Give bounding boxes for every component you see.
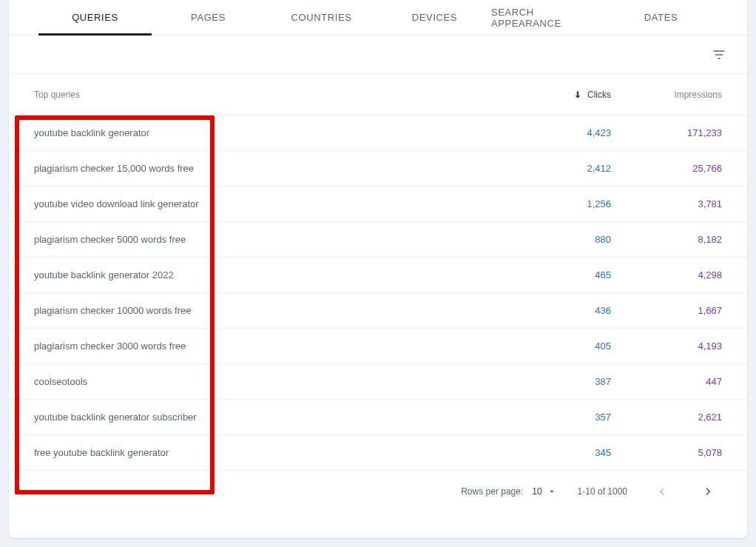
rows-per-page: Rows per page: 10: [461, 486, 556, 497]
table-row[interactable]: youtube backlink generator subscriber357…: [9, 400, 747, 435]
table-header: Top queries Clicks Impressions: [9, 74, 747, 115]
report-card: QUERIES PAGES COUNTRIES DEVICES SEARCH A…: [9, 0, 747, 538]
sort-desc-icon: [573, 90, 583, 100]
table-body: youtube backlink generator4,423171,233pl…: [9, 115, 747, 471]
query-cell: coolseotools: [34, 376, 515, 387]
dropdown-icon: [547, 486, 557, 497]
tab-pages[interactable]: PAGES: [152, 0, 265, 35]
chevron-right-icon: [701, 484, 716, 499]
impressions-cell[interactable]: 5,078: [611, 447, 722, 458]
table-row[interactable]: plagiarism checker 3000 words free4054,1…: [9, 329, 747, 364]
impressions-cell[interactable]: 4,193: [611, 340, 722, 352]
query-cell: youtube backlink generator subscriber: [34, 412, 515, 423]
tab-dates[interactable]: DATES: [604, 0, 718, 35]
table-row[interactable]: free youtube backlink generator3455,078: [9, 435, 747, 471]
clicks-cell[interactable]: 405: [515, 340, 611, 352]
tab-devices[interactable]: DEVICES: [378, 0, 491, 35]
clicks-cell[interactable]: 4,423: [515, 127, 611, 138]
rows-per-page-label: Rows per page:: [461, 486, 523, 497]
page-range: 1-10 of 1000: [578, 486, 627, 497]
query-cell: youtube backlink generator 2022: [34, 269, 515, 281]
tab-queries[interactable]: QUERIES: [38, 0, 152, 35]
table-row[interactable]: youtube video download link generator1,2…: [9, 187, 747, 222]
impressions-cell[interactable]: 171,233: [611, 127, 722, 138]
impressions-cell[interactable]: 2,621: [611, 412, 722, 423]
clicks-cell[interactable]: 345: [515, 447, 611, 458]
column-clicks-label: Clicks: [587, 90, 611, 100]
column-clicks[interactable]: Clicks: [515, 90, 611, 100]
clicks-cell[interactable]: 880: [515, 234, 611, 245]
prev-page-button[interactable]: [648, 478, 675, 505]
table-row[interactable]: coolseotools387447: [9, 364, 747, 400]
table-row[interactable]: youtube backlink generator 20224654,298: [9, 258, 747, 293]
clicks-cell[interactable]: 465: [515, 269, 611, 281]
table-row[interactable]: plagiarism checker 10000 words free4361,…: [9, 293, 747, 329]
query-cell: youtube backlink generator: [34, 127, 515, 138]
query-cell: free youtube backlink generator: [34, 447, 515, 458]
tab-countries[interactable]: COUNTRIES: [265, 0, 378, 35]
tab-search-appearance[interactable]: SEARCH APPEARANCE: [491, 0, 604, 35]
clicks-cell[interactable]: 357: [515, 412, 611, 423]
clicks-cell[interactable]: 1,256: [515, 198, 611, 209]
impressions-cell[interactable]: 4,298: [611, 269, 722, 281]
tab-bar: QUERIES PAGES COUNTRIES DEVICES SEARCH A…: [9, 0, 747, 36]
pagination: Rows per page: 10 1-10 of 1000: [9, 471, 747, 512]
impressions-cell[interactable]: 25,766: [611, 163, 722, 174]
impressions-cell[interactable]: 1,667: [611, 305, 722, 316]
clicks-cell[interactable]: 2,412: [515, 163, 611, 174]
clicks-cell[interactable]: 387: [515, 376, 611, 387]
query-cell: youtube video download link generator: [34, 198, 515, 209]
column-impressions[interactable]: Impressions: [611, 90, 722, 100]
query-cell: plagiarism checker 5000 words free: [34, 234, 515, 245]
query-cell: plagiarism checker 15,000 words free: [34, 163, 515, 174]
rows-per-page-value: 10: [532, 486, 541, 497]
table-row[interactable]: youtube backlink generator4,423171,233: [9, 115, 747, 151]
query-cell: plagiarism checker 10000 words free: [34, 305, 515, 316]
table-row[interactable]: plagiarism checker 15,000 words free2,41…: [9, 151, 747, 187]
impressions-cell[interactable]: 447: [611, 376, 722, 387]
next-page-button[interactable]: [695, 478, 722, 505]
impressions-cell[interactable]: 3,781: [611, 198, 722, 209]
column-top-queries[interactable]: Top queries: [34, 90, 515, 100]
filter-icon[interactable]: [712, 47, 726, 62]
rows-per-page-select[interactable]: 10: [532, 486, 556, 497]
chevron-left-icon: [654, 484, 669, 499]
impressions-cell[interactable]: 8,182: [611, 234, 722, 245]
query-cell: plagiarism checker 3000 words free: [34, 340, 515, 352]
filter-bar: [9, 36, 747, 74]
table-row[interactable]: plagiarism checker 5000 words free8808,1…: [9, 222, 747, 258]
clicks-cell[interactable]: 436: [515, 305, 611, 316]
